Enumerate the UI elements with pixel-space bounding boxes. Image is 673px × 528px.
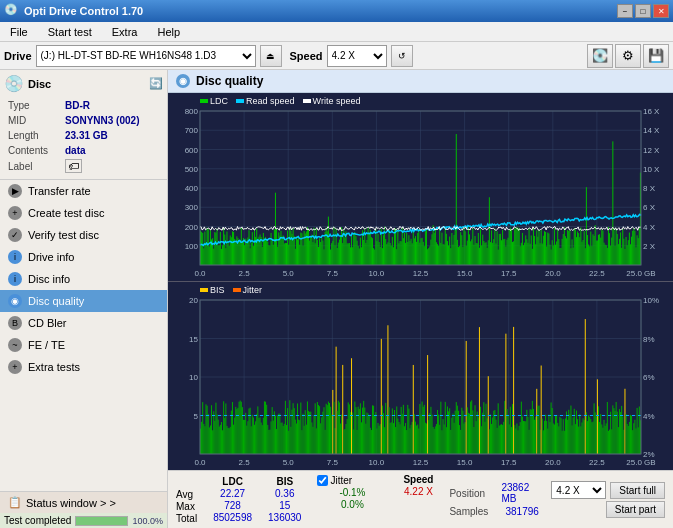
fe-te-icon: ~ — [8, 338, 22, 352]
nav-transfer-rate-label: Transfer rate — [28, 185, 91, 197]
menu-help[interactable]: Help — [151, 24, 186, 40]
transfer-rate-icon: ▶ — [8, 184, 22, 198]
disc-refresh-icon[interactable]: 🔄 — [149, 77, 163, 90]
cd-bler-icon: B — [8, 316, 22, 330]
disc-panel-title: Disc — [28, 78, 51, 90]
speed-start-area: 4.2 X Start full Start part — [551, 481, 665, 518]
speed-select[interactable]: 4.2 X — [327, 45, 387, 67]
toolbar-buttons: 💽 ⚙ 💾 — [587, 44, 669, 68]
mid-label: MID — [6, 114, 61, 127]
refresh-button[interactable]: ↺ — [391, 45, 413, 67]
stats-right-area: Position 23862 MB Samples 381796 4.2 X S… — [449, 481, 665, 518]
maximize-button[interactable]: □ — [635, 4, 651, 18]
jitter-col-header: Jitter — [330, 475, 352, 486]
length-value: 23.31 GB — [63, 129, 161, 142]
length-label: Length — [6, 129, 61, 142]
stats-row-labels: Avg Max Total — [176, 475, 197, 524]
drive-select[interactable]: (J:) HL-DT-ST BD-RE WH16NS48 1.D3 — [36, 45, 256, 67]
nav-create-test-disc-label: Create test disc — [28, 207, 104, 219]
bis-jitter-chart — [168, 282, 673, 470]
speed-combo[interactable]: 4.2 X — [551, 481, 606, 499]
titlebar: 💿 Opti Drive Control 1.70 − □ ✕ — [0, 0, 673, 22]
samples-row: Samples 381796 — [449, 506, 543, 517]
disc-quality-icon: ◉ — [8, 294, 22, 308]
total-bis-value: 136030 — [268, 512, 301, 523]
speed-total-placeholder — [403, 512, 433, 525]
status-window-button[interactable]: 📋 Status window > > — [0, 491, 167, 513]
nav-transfer-rate[interactable]: ▶ Transfer rate — [0, 180, 167, 202]
chart1-legend: LDC Read speed Write speed — [200, 96, 360, 106]
disc-icon-button[interactable]: 💽 — [587, 44, 613, 68]
start-part-row: Start part — [551, 501, 665, 518]
nav-disc-quality-label: Disc quality — [28, 295, 84, 307]
nav-extra-tests[interactable]: + Extra tests — [0, 356, 167, 378]
nav-disc-info-label: Disc info — [28, 273, 70, 285]
nav-verify-test-disc-label: Verify test disc — [28, 229, 99, 241]
max-jitter-value: 0.0% — [317, 499, 387, 510]
minimize-button[interactable]: − — [617, 4, 633, 18]
disc-info-table: TypeBD-R MIDSONYNN3 (002) Length23.31 GB… — [4, 97, 163, 175]
label-edit-icon[interactable]: 🏷 — [65, 159, 82, 173]
save-icon-button[interactable]: 💾 — [643, 44, 669, 68]
menu-start-test[interactable]: Start test — [42, 24, 98, 40]
eject-button[interactable]: ⏏ — [260, 45, 282, 67]
nav-create-test-disc[interactable]: + Create test disc — [0, 202, 167, 224]
contents-label: Contents — [6, 144, 61, 157]
read-speed-legend-dot — [236, 99, 244, 103]
jitter-checkbox[interactable] — [317, 475, 328, 486]
jitter-stats-col: Jitter -0.1% 0.0% — [317, 475, 387, 524]
close-button[interactable]: ✕ — [653, 4, 669, 18]
type-value: BD-R — [63, 99, 161, 112]
right-panel: ◉ Disc quality LDC Read speed — [168, 70, 673, 528]
speed-stats-col: Speed 4.22 X — [403, 474, 433, 525]
disc-panel-header: 💿 Disc 🔄 — [4, 74, 163, 93]
sidebar: 💿 Disc 🔄 TypeBD-R MIDSONYNN3 (002) Lengt… — [0, 70, 168, 528]
position-label: Position — [449, 488, 495, 499]
write-speed-legend: Write speed — [303, 96, 361, 106]
test-completed-bar: Test completed 100.0% — [0, 513, 167, 528]
nav-verify-test-disc[interactable]: ✓ Verify test disc — [0, 224, 167, 246]
nav-disc-quality[interactable]: ◉ Disc quality — [0, 290, 167, 312]
jitter-legend-label: Jitter — [243, 285, 263, 295]
ldc-legend: LDC — [200, 96, 228, 106]
drive-info-icon: i — [8, 250, 22, 264]
jitter-check-row: Jitter — [317, 475, 387, 486]
nav-cd-bler[interactable]: B CD Bler — [0, 312, 167, 334]
nav-disc-info[interactable]: i Disc info — [0, 268, 167, 290]
bis-col-header: BIS — [268, 476, 301, 487]
jitter-total-placeholder — [317, 511, 387, 524]
menu-extra[interactable]: Extra — [106, 24, 144, 40]
progress-bar-inner — [76, 517, 127, 525]
type-label: Type — [6, 99, 61, 112]
progress-percent: 100.0% — [132, 516, 163, 526]
write-speed-legend-label: Write speed — [313, 96, 361, 106]
settings-icon-button[interactable]: ⚙ — [615, 44, 641, 68]
menubar: File Start test Extra Help — [0, 22, 673, 42]
disc-panel: 💿 Disc 🔄 TypeBD-R MIDSONYNN3 (002) Lengt… — [0, 70, 167, 180]
test-completed-label: Test completed — [4, 515, 71, 526]
max-bis-value: 15 — [268, 500, 301, 511]
chart1-container: LDC Read speed Write speed — [168, 93, 673, 281]
write-speed-legend-dot — [303, 99, 311, 103]
nav-fe-te-label: FE / TE — [28, 339, 65, 351]
contents-value: data — [63, 144, 161, 157]
start-full-button[interactable]: Start full — [610, 482, 665, 499]
menu-file[interactable]: File — [4, 24, 34, 40]
charts-area: LDC Read speed Write speed — [168, 93, 673, 470]
jitter-legend: Jitter — [233, 285, 263, 295]
ldc-col-header: LDC — [213, 476, 252, 487]
samples-value: 381796 — [505, 506, 538, 517]
nav-fe-te[interactable]: ~ FE / TE — [0, 334, 167, 356]
bis-legend-label: BIS — [210, 285, 225, 295]
status-window-icon: 📋 — [8, 496, 22, 509]
start-part-button[interactable]: Start part — [606, 501, 665, 518]
disc-icon: 💿 — [4, 74, 24, 93]
drivebar: Drive (J:) HL-DT-ST BD-RE WH16NS48 1.D3 … — [0, 42, 673, 70]
mid-value: SONYNN3 (002) — [63, 114, 161, 127]
samples-label: Samples — [449, 506, 499, 517]
chart2-container: BIS Jitter — [168, 282, 673, 470]
bis-legend: BIS — [200, 285, 225, 295]
disc-info-icon: i — [8, 272, 22, 286]
max-ldc-value: 728 — [213, 500, 252, 511]
nav-drive-info[interactable]: i Drive info — [0, 246, 167, 268]
